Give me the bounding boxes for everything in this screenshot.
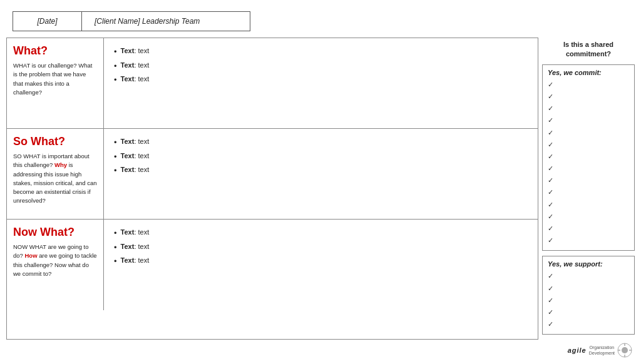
- so-what-row: So What? SO WHAT is important about this…: [7, 129, 538, 220]
- so-what-left: So What? SO WHAT is important about this…: [7, 129, 104, 219]
- what-left: What? WHAT is our challenge? What is the…: [7, 38, 104, 128]
- list-item: [548, 211, 629, 223]
- what-title: What?: [13, 44, 97, 58]
- what-row: What? WHAT is our challenge? What is the…: [7, 38, 538, 129]
- now-what-row: Now What? NOW WHAT are we going to do? H…: [7, 220, 538, 310]
- commit-checklist: [548, 79, 629, 247]
- list-item: Text: text: [114, 166, 528, 176]
- table-area: What? WHAT is our challenge? What is the…: [6, 38, 538, 340]
- commit-title: Yes, we commit:: [548, 69, 629, 76]
- header-client: [Client Name] Leadership Team: [82, 12, 212, 31]
- so-what-bullets: Text: text Text: text Text: text: [114, 138, 528, 176]
- now-what-desc: NOW WHAT are we going to do? How are we …: [13, 243, 97, 278]
- list-item: Text: text: [114, 138, 528, 148]
- now-what-left: Now What? NOW WHAT are we going to do? H…: [7, 220, 104, 310]
- now-what-right: Text: text Text: text Text: text: [104, 220, 538, 310]
- main-layout: What? WHAT is our challenge? What is the…: [6, 38, 635, 340]
- sidebar: Is this a shared commitment? Yes, we com…: [542, 38, 635, 340]
- so-what-desc: SO WHAT is important about this challeng…: [13, 152, 97, 206]
- list-item: [548, 139, 629, 151]
- list-item: [548, 318, 629, 330]
- svg-point-1: [622, 347, 628, 353]
- logo-icon: [617, 343, 632, 358]
- header: [Date] [Client Name] Leadership Team: [13, 11, 250, 31]
- list-item: [548, 151, 629, 163]
- logo-text: agile: [568, 346, 587, 354]
- list-item: [548, 103, 629, 114]
- list-item: Text: text: [114, 256, 528, 266]
- what-desc: WHAT is our challenge? What is the probl…: [13, 61, 97, 97]
- list-item: [548, 91, 629, 103]
- list-item: [548, 127, 629, 139]
- list-item: [548, 174, 629, 186]
- what-bullets: Text: text Text: text Text: text: [114, 47, 528, 85]
- list-item: [548, 186, 629, 198]
- what-right: Text: text Text: text Text: text: [104, 38, 538, 128]
- support-box: Yes, we support:: [542, 256, 635, 335]
- list-item: Text: text: [114, 47, 528, 57]
- list-item: [548, 163, 629, 174]
- now-what-title: Now What?: [13, 226, 97, 239]
- list-item: Text: text: [114, 75, 528, 85]
- list-item: Text: text: [114, 61, 528, 71]
- support-checklist: [548, 270, 629, 330]
- list-item: [548, 79, 629, 91]
- list-item: [548, 306, 629, 318]
- list-item: [548, 223, 629, 235]
- list-item: Text: text: [114, 243, 528, 253]
- so-what-right: Text: text Text: text Text: text: [104, 129, 538, 219]
- list-item: [548, 199, 629, 211]
- sidebar-header: Is this a shared commitment?: [542, 38, 635, 64]
- list-item: [548, 114, 629, 126]
- list-item: [548, 270, 629, 282]
- logo-org: Organization: [589, 345, 615, 350]
- list-item: [548, 235, 629, 246]
- support-title: Yes, we support:: [548, 260, 629, 268]
- commit-box: Yes, we commit:: [542, 64, 635, 251]
- so-what-title: So What?: [13, 135, 97, 148]
- logo-dev: Development: [589, 350, 615, 356]
- logo: agile Organization Development: [568, 343, 632, 358]
- list-item: [548, 283, 629, 295]
- header-date: [Date]: [13, 12, 82, 31]
- logo-subtext: Organization Development: [589, 345, 615, 356]
- now-what-bullets: Text: text Text: text Text: text: [114, 228, 528, 266]
- list-item: Text: text: [114, 152, 528, 162]
- list-item: [548, 295, 629, 306]
- list-item: Text: text: [114, 228, 528, 238]
